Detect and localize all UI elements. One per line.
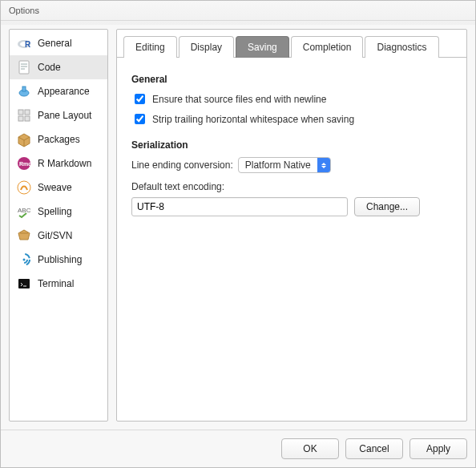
svg-text:Rmd: Rmd <box>19 161 32 167</box>
encoding-group: Default text encoding: Change... <box>131 181 452 216</box>
publishing-icon <box>16 252 32 268</box>
sidebar-label: Packages <box>38 134 80 145</box>
svg-rect-8 <box>18 116 23 121</box>
line-ending-select[interactable]: Platform Native <box>238 157 331 173</box>
sidebar-label: Appearance <box>38 86 90 97</box>
git-icon <box>16 228 32 244</box>
sidebar-label: Sweave <box>38 182 72 193</box>
sidebar-item-packages[interactable]: Packages <box>10 127 107 151</box>
sidebar-label: Pane Layout <box>38 110 91 121</box>
sidebar-item-terminal[interactable]: Terminal <box>10 272 107 296</box>
sidebar-label: R Markdown <box>38 158 91 169</box>
encoding-label: Default text encoding: <box>131 181 452 192</box>
svg-text:ABC: ABC <box>18 207 31 214</box>
line-ending-value: Platform Native <box>239 159 317 171</box>
ok-button[interactable]: OK <box>281 438 339 459</box>
appearance-icon <box>16 83 32 99</box>
package-icon <box>16 131 32 147</box>
svg-rect-5 <box>22 87 26 91</box>
sidebar-item-publishing[interactable]: Publishing <box>10 248 107 272</box>
svg-text:R: R <box>25 40 31 49</box>
section-serialization-title: Serialization <box>131 139 452 151</box>
options-window: Options R General Code Appearance <box>0 0 476 468</box>
rmarkdown-icon: Rmd <box>16 155 32 171</box>
section-general-title: General <box>131 74 452 85</box>
code-document-icon <box>16 59 32 75</box>
line-ending-label: Line ending conversion: <box>131 159 233 171</box>
sidebar-item-general[interactable]: R General <box>10 31 107 55</box>
sidebar-item-appearance[interactable]: Appearance <box>10 79 107 103</box>
content-pane: Editing Display Saving Completion Diagno… <box>116 29 467 422</box>
cancel-button[interactable]: Cancel <box>345 438 403 459</box>
svg-rect-6 <box>18 110 23 115</box>
saving-panel: General Ensure that source files end wit… <box>117 58 466 421</box>
strip-whitespace-label: Strip trailing horizontal whitespace whe… <box>152 114 354 125</box>
tab-editing[interactable]: Editing <box>123 36 177 58</box>
ensure-newline-row: Ensure that source files end with newlin… <box>131 91 452 107</box>
sidebar-label: Code <box>38 62 61 73</box>
pane-layout-icon <box>16 107 32 123</box>
tab-completion[interactable]: Completion <box>291 36 364 58</box>
window-title: Options <box>1 1 475 21</box>
sidebar-label: General <box>38 38 72 49</box>
terminal-icon <box>16 276 32 292</box>
tab-saving[interactable]: Saving <box>236 36 289 58</box>
svg-rect-3 <box>19 61 29 74</box>
sidebar-label: Publishing <box>38 254 82 265</box>
dropdown-arrows-icon <box>317 158 330 172</box>
sidebar-label: Git/SVN <box>38 230 72 241</box>
svg-point-12 <box>18 181 30 194</box>
tab-display[interactable]: Display <box>179 36 234 58</box>
tab-diagnostics[interactable]: Diagnostics <box>365 36 438 58</box>
apply-button[interactable]: Apply <box>409 438 467 459</box>
line-ending-row: Line ending conversion: Platform Native <box>131 157 452 173</box>
strip-whitespace-checkbox[interactable] <box>135 114 145 124</box>
encoding-input[interactable] <box>131 197 348 216</box>
sidebar-item-spelling[interactable]: ABC Spelling <box>10 200 107 224</box>
strip-whitespace-row: Strip trailing horizontal whitespace whe… <box>131 111 452 127</box>
category-sidebar: R General Code Appearance P <box>9 29 108 422</box>
sidebar-item-pane-layout[interactable]: Pane Layout <box>10 103 107 127</box>
sweave-icon <box>16 180 32 196</box>
sidebar-label: Terminal <box>38 278 74 289</box>
svg-rect-9 <box>25 116 30 121</box>
svg-point-16 <box>23 259 26 261</box>
change-encoding-button[interactable]: Change... <box>354 197 420 216</box>
sidebar-item-git-svn[interactable]: Git/SVN <box>10 224 107 248</box>
tab-bar: Editing Display Saving Completion Diagno… <box>117 30 466 58</box>
dialog-footer: OK Cancel Apply <box>1 430 475 467</box>
sidebar-item-code[interactable]: Code <box>10 55 107 79</box>
sidebar-item-sweave[interactable]: Sweave <box>10 176 107 200</box>
svg-rect-17 <box>18 279 30 288</box>
sidebar-label: Spelling <box>38 206 72 217</box>
svg-rect-7 <box>25 110 30 115</box>
ensure-newline-label: Ensure that source files end with newlin… <box>152 94 326 105</box>
ensure-newline-checkbox[interactable] <box>135 94 145 104</box>
r-logo-icon: R <box>16 35 32 51</box>
spelling-icon: ABC <box>16 204 32 220</box>
sidebar-item-rmarkdown[interactable]: Rmd R Markdown <box>10 151 107 176</box>
main-area: R General Code Appearance P <box>1 21 475 430</box>
